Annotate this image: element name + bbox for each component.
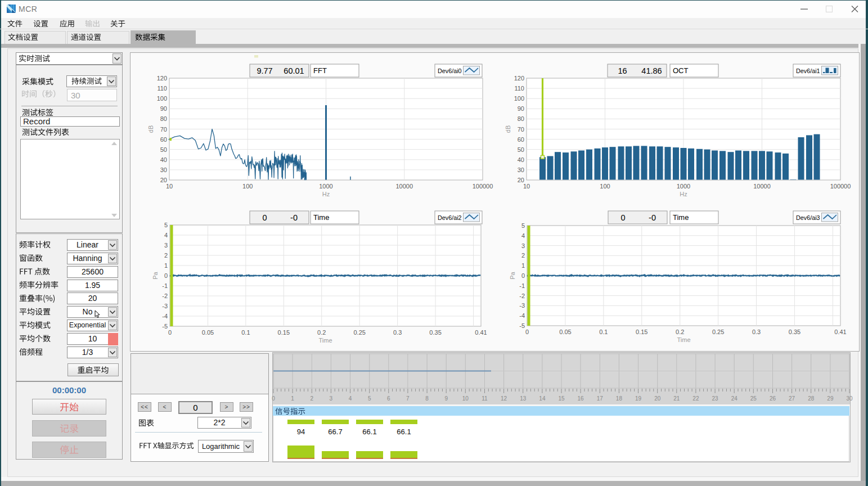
svg-text:66.1: 66.1 <box>362 428 376 436</box>
svg-text:94: 94 <box>297 428 305 436</box>
svg-text:66.1: 66.1 <box>397 428 411 436</box>
svg-text:66.7: 66.7 <box>328 428 342 436</box>
